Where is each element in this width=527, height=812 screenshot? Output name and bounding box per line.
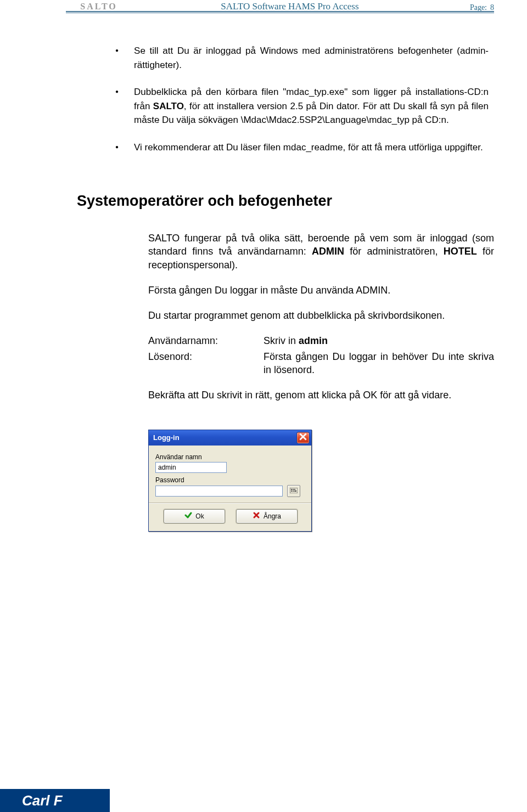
footer-brand: Carl F: [0, 789, 110, 812]
cancel-button[interactable]: Ångra: [236, 509, 298, 523]
dialog-titlebar: Logg-in: [149, 430, 311, 446]
list-item: ● Dubbelklicka på den körbara filen "mda…: [115, 85, 489, 127]
bullet-text: Se till att Du är inloggad på Windows me…: [134, 44, 489, 72]
value-username: Skriv in admin: [264, 334, 494, 347]
section-heading: Systemoperatörer och befogenheter: [77, 193, 494, 210]
svg-rect-4: [291, 490, 292, 492]
header-rule: [66, 11, 494, 13]
bullet-text: Vi rekommenderar att Du läser filen mdac…: [134, 140, 489, 155]
separator: [149, 503, 311, 504]
bullet-icon: ●: [115, 140, 119, 155]
ok-button[interactable]: Ok: [164, 509, 225, 523]
paragraph: Bekräfta att Du skrivit in rätt, genom a…: [148, 388, 494, 402]
credential-row-username: Användarnamn: Skriv in admin: [148, 334, 494, 347]
bullet-text: Dubbelklicka på den körbara filen "mdac_…: [134, 85, 489, 127]
check-icon: [184, 511, 192, 521]
username-label: Användar namn: [155, 453, 306, 461]
svg-rect-5: [293, 490, 294, 492]
list-item: ● Vi rekommenderar att Du läser filen md…: [115, 140, 489, 155]
svg-rect-3: [294, 489, 295, 490]
label-password: Lösenord:: [148, 350, 264, 377]
ok-label: Ok: [195, 512, 204, 520]
brand-text: Carl F: [22, 792, 63, 809]
cancel-label: Ångra: [264, 512, 281, 520]
svg-rect-2: [293, 489, 294, 490]
login-dialog: Logg-in Användar namn Password: [148, 430, 312, 532]
virtual-keyboard-button[interactable]: [287, 485, 300, 497]
close-button[interactable]: [297, 432, 309, 443]
paragraph: Du startar programmet genom att dubbelkl…: [148, 309, 494, 322]
svg-rect-1: [291, 489, 292, 490]
doc-title: SALTO Software HAMS Pro Access: [110, 1, 470, 12]
close-icon: [299, 433, 307, 442]
password-input[interactable]: [155, 486, 283, 497]
bullet-list: ● Se till att Du är inloggad på Windows …: [115, 44, 489, 154]
value-password: Första gången Du loggar in behöver Du in…: [264, 350, 494, 377]
dialog-title: Logg-in: [153, 433, 180, 442]
x-icon: [253, 511, 260, 521]
svg-rect-6: [294, 490, 296, 492]
password-label: Password: [155, 476, 306, 484]
username-input[interactable]: [155, 462, 227, 473]
credential-row-password: Lösenord: Första gången Du loggar in beh…: [148, 350, 494, 377]
paragraph: Första gången Du loggar in måste Du anvä…: [148, 284, 494, 297]
bullet-icon: ●: [115, 85, 119, 127]
label-username: Användarnamn:: [148, 334, 264, 347]
list-item: ● Se till att Du är inloggad på Windows …: [115, 44, 489, 72]
bullet-icon: ●: [115, 44, 119, 72]
keyboard-icon: [290, 487, 298, 495]
paragraph: SALTO fungerar på två olika sätt, beroen…: [148, 232, 494, 272]
